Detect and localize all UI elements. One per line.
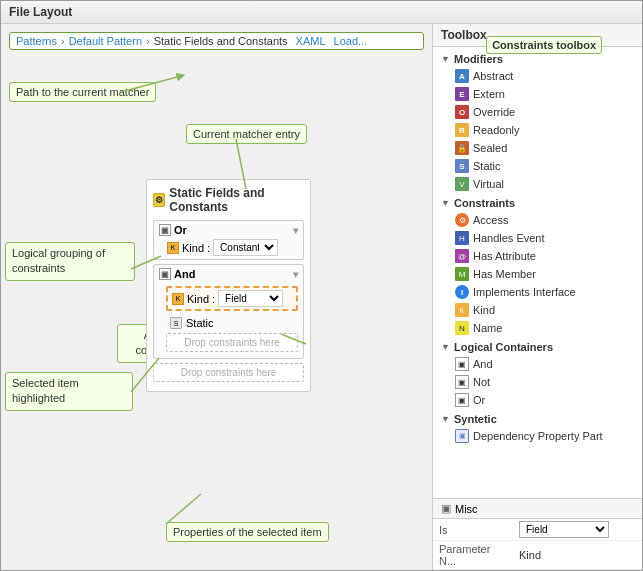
and-block: ▣ And ▾ K Kind: Field Constant	[153, 264, 304, 359]
item-abstract-label: Abstract	[473, 70, 513, 82]
constraints-toolbox-label: Constraints toolbox	[486, 36, 602, 54]
toolbox-item-name[interactable]: N Name	[437, 319, 638, 337]
props-table: Is Field Constant Parameter N... Kind	[433, 519, 642, 570]
toolbox-item-handles-event[interactable]: H Handles Event	[437, 229, 638, 247]
item-static-label: Static	[473, 160, 501, 172]
implements-icon: I	[455, 285, 469, 299]
window-title: File Layout	[9, 5, 72, 19]
breadcrumb-xaml[interactable]: XAML	[296, 35, 326, 47]
static-tb-icon: S	[455, 159, 469, 173]
toolbox-item-access[interactable]: ⚙ Access	[437, 211, 638, 229]
toolbox-item-extern[interactable]: E Extern	[437, 85, 638, 103]
annotation-properties: Properties of the selected item	[166, 522, 329, 542]
section-constraints-label: Constraints	[454, 197, 515, 209]
extern-icon: E	[455, 87, 469, 101]
section-logical-header[interactable]: ▼ Logical Containers	[437, 339, 638, 355]
drop-zone-1[interactable]: Drop constraints here	[166, 333, 298, 352]
toolbox-item-readonly[interactable]: R Readonly	[437, 121, 638, 139]
breadcrumb-patterns[interactable]: Patterns	[16, 35, 57, 47]
title-bar: File Layout	[1, 1, 642, 24]
breadcrumb: Patterns › Default Pattern › Static Fiel…	[9, 32, 424, 50]
toolbox-item-implements[interactable]: I Implements Interface	[437, 283, 638, 301]
abstract-icon: A	[455, 69, 469, 83]
section-logical-label: Logical Containers	[454, 341, 553, 353]
breadcrumb-sep-1: ›	[61, 35, 65, 47]
toolbox-item-virtual[interactable]: V Virtual	[437, 175, 638, 193]
toolbox-item-kind[interactable]: K Kind	[437, 301, 638, 319]
props-header: ▣ Misc	[433, 499, 642, 519]
hasmem-icon: M	[455, 267, 469, 281]
or-label: Or	[174, 224, 187, 236]
dep-icon: ▣	[455, 429, 469, 443]
section-syntetic: ▼ Syntetic ▣ Dependency Property Part	[437, 411, 638, 445]
kind-field-icon: K	[172, 293, 184, 305]
annotation-path: Path to the current matcher	[9, 82, 156, 102]
section-constraints: ▼ Constraints ⚙ Access H Handles Event @…	[437, 195, 638, 337]
annotation-logical-grouping: Logical grouping of constraints	[5, 242, 135, 281]
section-constraints-header[interactable]: ▼ Constraints	[437, 195, 638, 211]
constraints-collapse-icon: ▼	[441, 198, 451, 208]
breadcrumb-default-pattern[interactable]: Default Pattern	[69, 35, 142, 47]
section-modifiers: ▼ Modifiers A Abstract E Extern O Overri…	[437, 51, 638, 193]
kind-constant-icon: K	[167, 242, 179, 254]
kind-field-label: Kind	[187, 293, 209, 305]
editor-area: ⚙ Static Fields and Constants ▣ Or ▾ K	[146, 179, 311, 392]
annotation-matcher: Current matcher entry	[186, 124, 307, 144]
toolbox-item-has-member[interactable]: M Has Member	[437, 265, 638, 283]
syntetic-collapse-icon: ▼	[441, 414, 451, 424]
props-param-label: Parameter N...	[433, 541, 513, 570]
props-section-label: Misc	[455, 503, 478, 515]
toolbox-item-and[interactable]: ▣ And	[437, 355, 638, 373]
not-icon: ▣	[455, 375, 469, 389]
and-arrow: ▾	[293, 269, 298, 280]
toolbox-item-static[interactable]: S Static	[437, 157, 638, 175]
and-label: And	[174, 268, 195, 280]
item-extern-label: Extern	[473, 88, 505, 100]
props-row-is: Is Field Constant	[433, 519, 642, 541]
or-icon: ▣	[159, 224, 171, 236]
toolbox-title: Toolbox	[441, 28, 487, 42]
and-icon: ▣	[159, 268, 171, 280]
hasattr-icon: @	[455, 249, 469, 263]
properties-panel: ▣ Misc Is Field Constant Pa	[433, 498, 642, 570]
and-header: ▣ And ▾	[154, 265, 303, 283]
toolbox-item-not[interactable]: ▣ Not	[437, 373, 638, 391]
breadcrumb-current: Static Fields and Constants	[154, 35, 288, 47]
override-icon: O	[455, 105, 469, 119]
section-syntetic-header[interactable]: ▼ Syntetic	[437, 411, 638, 427]
kind-field-select[interactable]: Field Constant	[218, 290, 283, 307]
toolbox-item-override[interactable]: O Override	[437, 103, 638, 121]
sealed-icon: 🔒	[455, 141, 469, 155]
section-syntetic-label: Syntetic	[454, 413, 497, 425]
and-inner: K Kind: Field Constant S Static	[154, 283, 303, 358]
item-readonly-label: Readonly	[473, 124, 519, 136]
toolbox-item-has-attribute[interactable]: @ Has Attribute	[437, 247, 638, 265]
props-param-value: Kind	[519, 549, 541, 561]
or-header: ▣ Or ▾	[159, 224, 298, 236]
section-logical-containers: ▼ Logical Containers ▣ And ▣ Not ▣ Or	[437, 339, 638, 409]
logical-collapse-icon: ▼	[441, 342, 451, 352]
kind-field-row: K Kind: Field Constant	[166, 286, 298, 311]
item-sealed-label: Sealed	[473, 142, 507, 154]
toolbox-header: Toolbox Constraints toolbox	[433, 24, 642, 47]
misc-expand-icon[interactable]: ▣	[441, 502, 451, 515]
props-is-label: Is	[433, 519, 513, 541]
modifiers-collapse-icon: ▼	[441, 54, 451, 64]
toolbox-item-or[interactable]: ▣ Or	[437, 391, 638, 409]
toolbox-item-sealed[interactable]: 🔒 Sealed	[437, 139, 638, 157]
editor-title: ⚙ Static Fields and Constants	[153, 186, 304, 214]
kind-constant-row: K Kind: Constant Field	[159, 239, 298, 256]
kind-constant-select[interactable]: Constant Field	[213, 239, 278, 256]
or-arrow: ▾	[293, 225, 298, 236]
toolbox-item-abstract[interactable]: A Abstract	[437, 67, 638, 85]
breadcrumb-load[interactable]: Load...	[334, 35, 368, 47]
left-panel: Patterns › Default Pattern › Static Fiel…	[1, 24, 432, 570]
item-virtual-label: Virtual	[473, 178, 504, 190]
toolbox-item-dep-prop[interactable]: ▣ Dependency Property Part	[437, 427, 638, 445]
svg-line-5	[166, 494, 201, 524]
props-is-select[interactable]: Field Constant	[519, 521, 609, 538]
drop-zone-2[interactable]: Drop constraints here	[153, 363, 304, 382]
static-label: Static	[186, 317, 214, 329]
toolbox-panel: Toolbox Constraints toolbox ▼ Modifiers …	[432, 24, 642, 570]
editor-title-text: Static Fields and Constants	[169, 186, 304, 214]
